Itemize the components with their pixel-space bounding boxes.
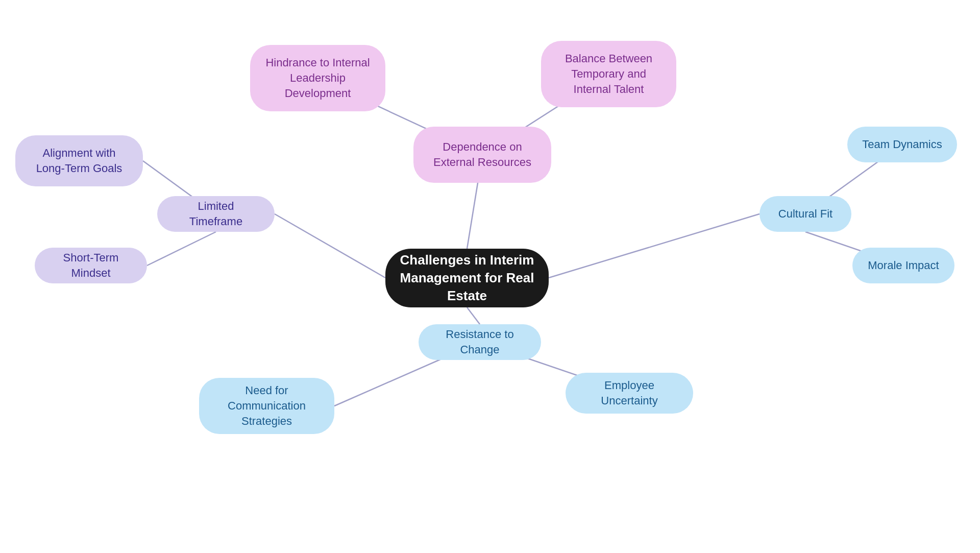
svg-line-9	[467, 307, 480, 324]
dependence-node: Dependence on External Resources	[413, 127, 551, 183]
morale-impact-node: Morale Impact	[852, 248, 954, 283]
hindrance-node: Hindrance to Internal Leadership Develop…	[250, 45, 385, 111]
team-dynamics-node: Team Dynamics	[847, 127, 957, 162]
resistance-to-change-node: Resistance to Change	[419, 324, 541, 360]
cultural-fit-node: Cultural Fit	[760, 196, 851, 232]
svg-line-6	[549, 214, 760, 278]
employee-uncertainty-node: Employee Uncertainty	[566, 373, 693, 414]
center-node: Challenges in Interim Management for Rea…	[385, 249, 549, 307]
svg-line-3	[275, 214, 385, 278]
limited-timeframe-node: Limited Timeframe	[157, 196, 275, 232]
svg-line-5	[147, 232, 216, 266]
communication-strategies-node: Need for Communication Strategies	[199, 378, 334, 434]
alignment-node: Alignment with Long-Term Goals	[15, 135, 143, 186]
short-term-node: Short-Term Mindset	[35, 248, 147, 283]
balance-node: Balance Between Temporary and Internal T…	[541, 41, 676, 107]
